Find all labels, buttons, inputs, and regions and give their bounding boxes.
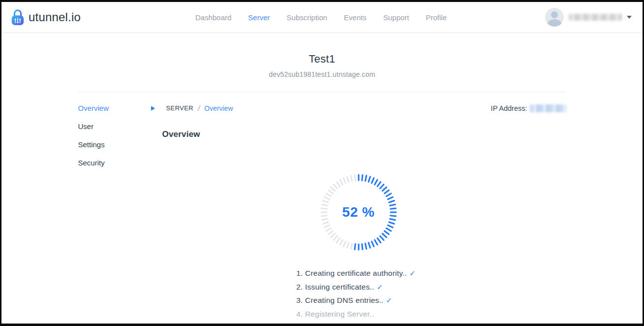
check-icon: ✓	[409, 269, 416, 277]
top-navbar: utunnel.io Dashboard Server Subscription…	[1, 2, 643, 33]
nav-subscription[interactable]: Subscription	[287, 13, 328, 22]
sidebar-item-settings[interactable]: Settings	[78, 140, 151, 149]
step-row: 1. Creating certificate authority..✓	[296, 266, 415, 280]
ip-address: IP Address:	[491, 104, 566, 112]
app-window: utunnel.io Dashboard Server Subscription…	[0, 0, 644, 326]
breadcrumb-page[interactable]: Overview	[204, 104, 233, 112]
username-redacted	[569, 14, 622, 21]
avatar-body-shape	[548, 19, 561, 27]
avatar	[545, 8, 564, 27]
padlock-logo-icon	[10, 9, 25, 26]
progress-percent: 52 %	[319, 173, 398, 252]
step-row: 2. Issuing certificates..✓	[296, 280, 415, 294]
check-icon: ✓	[377, 283, 383, 291]
pane-heading: Overview	[162, 130, 566, 139]
sidebar-item-user[interactable]: User	[78, 122, 151, 130]
logo-text: utunnel.io	[29, 10, 81, 24]
avatar-head-shape	[551, 11, 558, 18]
breadcrumb-section: SERVER	[166, 104, 194, 112]
sidebar: Overview User Settings Security	[78, 104, 151, 321]
breadcrumb: SERVER / Overview IP Address:	[151, 104, 566, 112]
provisioning-steps: 1. Creating certificate authority..✓ 2. …	[296, 266, 415, 321]
server-name: Test1	[78, 53, 566, 65]
logo[interactable]: utunnel.io	[10, 9, 133, 26]
main-nav: Dashboard Server Subscription Events Sup…	[133, 13, 509, 22]
server-header: Test1 dev52sub1981test1.utnstage.com	[78, 33, 566, 92]
nav-server[interactable]: Server	[248, 13, 270, 22]
ip-address-label: IP Address:	[491, 104, 527, 112]
nav-events[interactable]: Events	[344, 13, 367, 22]
nav-profile[interactable]: Profile	[426, 13, 447, 22]
server-domain: dev52sub1981test1.utnstage.com	[78, 70, 566, 78]
breadcrumb-separator: /	[198, 104, 200, 112]
step-row: 4. Registering Server..	[296, 307, 415, 321]
main-pane: SERVER / Overview IP Address: Overview 5…	[151, 104, 566, 321]
nav-support[interactable]: Support	[383, 13, 409, 22]
provisioning-progress: 52 % 1. Creating certificate authority..…	[151, 173, 566, 321]
ip-value-redacted	[530, 104, 566, 112]
step-row: 3. Creating DNS entries..✓	[296, 293, 415, 307]
sidebar-item-security[interactable]: Security	[78, 159, 151, 167]
sidebar-collapse-arrow-icon[interactable]	[151, 106, 155, 111]
user-menu[interactable]	[509, 8, 632, 27]
progress-ring: 52 %	[319, 173, 398, 252]
sidebar-item-overview[interactable]: Overview	[78, 104, 151, 112]
nav-dashboard[interactable]: Dashboard	[195, 13, 231, 22]
chevron-down-icon	[627, 16, 632, 19]
check-icon: ✓	[386, 296, 393, 304]
